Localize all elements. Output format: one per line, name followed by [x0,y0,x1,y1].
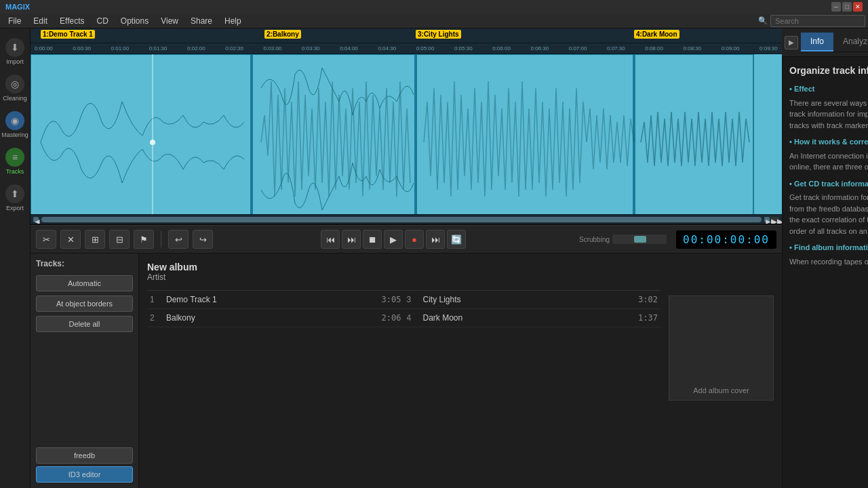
import-icon: ⬇ [5,38,24,57]
track-row: 3 City Lights 3:02 [404,291,661,309]
track-duration-4: 1:37 [638,313,658,323]
menu-effects[interactable]: Effects [54,15,90,27]
scroll-left-btn[interactable]: ◄ [33,217,39,222]
bottom-area: Tracks: Automatic At object borders Dele… [31,253,782,488]
menu-file[interactable]: File [3,15,26,27]
cd-main: 1 Demo Track 1 3:05 3 City Lights 3:02 [147,290,774,401]
menu-edit[interactable]: Edit [28,15,53,27]
track-name-4: Dark Moon [423,313,633,323]
info-tabs: Info Analyzer Video [801,33,868,52]
close-button[interactable]: ✕ [853,2,863,12]
track-duration-3: 3:02 [638,295,658,304]
id3-editor-button[interactable]: ID3 editor [36,466,133,483]
maximize-button[interactable]: □ [842,2,852,12]
track-duration-2: 2:06 [382,313,401,323]
album-cover-area[interactable]: Add album cover [669,296,774,401]
sidebar-item-import-label: Import [6,58,24,65]
track-duration-1: 3:05 [382,295,401,304]
waveform-tracks[interactable]: ⚙ ⚙ ⚙ ⚙ [31,54,782,224]
left-sidebar: ⬇ Import ◎ Cleaning ◉ Mastering ≡ Tracks… [0,28,31,488]
scrubbing-slider[interactable] [612,235,667,244]
scroll-right-btn[interactable]: ► [764,217,770,222]
mastering-icon: ◉ [5,111,24,130]
menu-cd[interactable]: CD [92,15,114,27]
transport-controls: ⏮ ⏭ ⏹ ▶ ● ⏭ 🔄 [321,230,466,249]
album-artist: Artist [147,272,774,282]
scrubbing-area: Scrubbing [579,235,667,244]
record-button[interactable]: ● [405,230,424,249]
undo-button[interactable]: ↩ [168,230,189,249]
info-bullet-2: • How it works & correct use [789,136,868,148]
sidebar-item-import[interactable]: ⬇ Import [0,34,30,69]
info-text-1: There are several ways of organizing mis… [789,98,868,131]
sidebar-item-tracks-label: Tracks [6,168,24,175]
scissors-button[interactable]: ✂ [36,230,56,249]
info-text-3: Get track information for imported CDs o… [789,192,868,237]
cd-editor: New album Artist 1 Demo Track 1 3:05 [139,253,782,488]
menu-help[interactable]: Help [219,15,247,27]
export-icon: ⬆ [5,184,24,203]
freedb-button[interactable]: freedb [36,447,133,464]
tracks-and-cover: 1 Demo Track 1 3:05 3 City Lights 3:02 [147,290,660,401]
nav-arrow-button[interactable]: ▶ [785,36,798,49]
track-label-1: 1:Demo Track 1 [41,30,95,39]
track-name-2: Balkony [166,313,376,323]
track-row: 2 Balkony 2:06 [147,309,404,327]
prev-button[interactable]: ⏭ [342,230,361,249]
sidebar-item-cleaning-label: Cleaning [3,95,27,102]
sidebar-item-tracks[interactable]: ≡ Tracks [0,144,30,179]
next-button[interactable]: ⏭ [426,230,445,249]
info-title: Organize track information [789,64,868,78]
cleaning-icon: ◎ [5,75,24,94]
time-display: 00:00:00:00 [676,230,776,249]
sidebar-item-mastering[interactable]: ◉ Mastering [0,107,30,142]
redo-button[interactable]: ↪ [193,230,213,249]
right-container: ▶ Info Analyzer Video Organize track inf… [782,28,868,488]
window-controls: ─ □ ✕ [831,2,863,12]
album-title: New album [147,262,774,272]
center-area: 1:Demo Track 1 2:Balkony 3:City Lights 4… [31,28,782,488]
menu-view[interactable]: View [155,15,184,27]
info-bullet-1: • Effect [789,83,868,95]
skip-to-start-button[interactable]: ⏮ [321,230,340,249]
delete-all-button[interactable]: Delete all [36,316,133,332]
info-bullet-3: • Get CD track information online (freed… [789,178,868,190]
track-list: 1 Demo Track 1 3:05 3 City Lights 3:02 [147,290,660,327]
sidebar-item-export[interactable]: ⬆ Export [0,180,30,216]
sidebar-item-cleaning[interactable]: ◎ Cleaning [0,70,30,106]
info-content: Organize track information • Effect Ther… [783,57,868,488]
waveform-area[interactable]: 1:Demo Track 1 2:Balkony 3:City Lights 4… [31,28,782,225]
track-row: 1 Demo Track 1 3:05 [147,291,404,309]
track-num-3: 3 [407,295,418,304]
track-name-1: Demo Track 1 [166,295,376,304]
play-button[interactable]: ▶ [384,230,403,249]
waveform-scrollbar[interactable]: ◄ ► ▶▶ [31,214,782,224]
info-tabs-row: ▶ Info Analyzer Video [782,28,868,57]
at-object-borders-button[interactable]: At object borders [36,296,133,312]
right-info: Organize track information • Effect Ther… [782,57,868,488]
scroll-end-btn[interactable]: ▶▶ [771,217,779,222]
info-bullet-4: • Find album information online (freedb) [789,242,868,253]
svg-point-5 [150,140,155,145]
flag-button[interactable]: ⚑ [134,230,154,249]
scroll-thumb[interactable] [41,217,762,222]
automatic-button[interactable]: Automatic [36,275,133,291]
track-label-3: 3:City Lights [416,30,461,39]
stop-button[interactable]: ⏹ [363,230,382,249]
track-name-3: City Lights [423,295,633,304]
tab-analyzer[interactable]: Analyzer [833,33,868,52]
scrubbing-thumb[interactable] [634,236,646,243]
minimize-button[interactable]: ─ [831,2,841,12]
paste-button[interactable]: ⊟ [109,230,130,249]
menu-share[interactable]: Share [185,15,218,27]
tab-info[interactable]: Info [801,33,833,52]
loop-button[interactable]: 🔄 [447,230,466,249]
copy-button[interactable]: ⊞ [85,230,105,249]
add-album-cover-button[interactable]: Add album cover [693,386,749,394]
search-input[interactable] [770,15,865,27]
delete-button[interactable]: ✕ [60,230,81,249]
menu-options[interactable]: Options [115,15,154,27]
toolbar: ✂ ✕ ⊞ ⊟ ⚑ ↩ ↪ ⏮ ⏭ ⏹ ▶ ● ⏭ 🔄 Scrubbing [31,225,782,253]
menubar: File Edit Effects CD Options View Share … [0,14,868,28]
info-text-4: When recording tapes or records, one lar… [789,256,868,268]
